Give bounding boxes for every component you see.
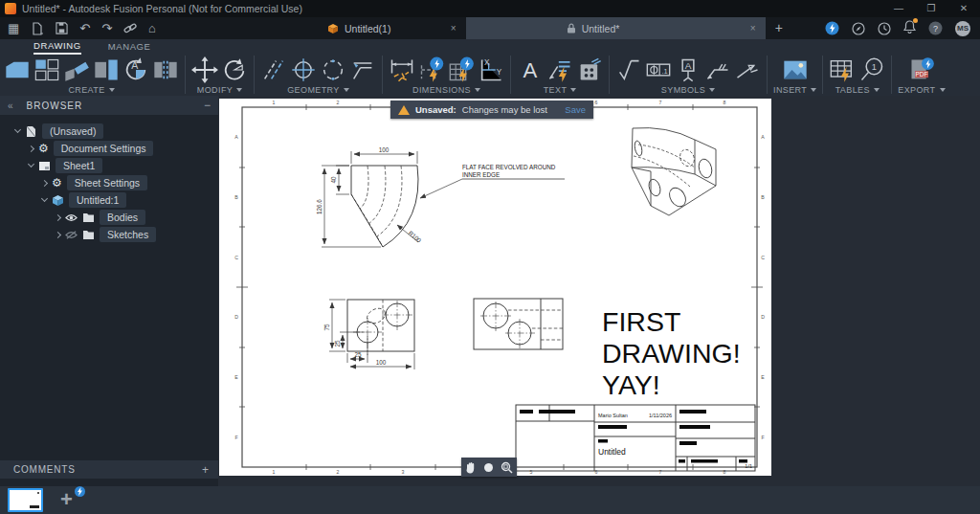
browser-title: BROWSER — [27, 101, 83, 111]
chevron-expanded-icon[interactable] — [41, 195, 48, 202]
minimize-button[interactable]: — — [882, 0, 915, 17]
group-label-dimensions[interactable]: DIMENSIONS — [412, 85, 480, 95]
auto-dimension-icon[interactable] — [418, 56, 445, 83]
minimize-panel-icon[interactable]: − — [204, 99, 211, 112]
tree-item-label[interactable]: Document Settings — [54, 141, 154, 156]
tree-item-label[interactable]: Untitled:1 — [69, 192, 126, 208]
group-label-modify[interactable]: MODIFY — [197, 85, 242, 95]
chevron-collapsed-icon[interactable] — [55, 231, 61, 237]
rotate-icon[interactable] — [221, 56, 248, 83]
save-link[interactable]: Save — [565, 104, 586, 115]
move-icon[interactable] — [191, 56, 218, 83]
tree-item-label[interactable]: Sketches — [100, 227, 156, 242]
edge-extension-icon[interactable] — [349, 56, 376, 83]
group-label-create[interactable]: CREATE — [68, 85, 114, 95]
tab-drawing[interactable]: DRAWING — [33, 40, 81, 55]
sketch-circle-icon[interactable] — [320, 56, 346, 83]
chevron-collapsed-icon[interactable] — [28, 145, 34, 151]
orbit-icon[interactable] — [484, 463, 493, 472]
tree-item-label[interactable]: Bodies — [100, 210, 145, 225]
tree-item-sheet-settings[interactable]: ⚙ Sheet Settings — [0, 174, 218, 191]
extensions-icon[interactable] — [852, 22, 865, 35]
app-launcher-icon[interactable]: ▦ — [8, 22, 19, 34]
add-sheet-button[interactable]: + — [60, 490, 81, 511]
projected-view-icon[interactable] — [33, 56, 60, 83]
insert-image-icon[interactable] — [782, 56, 809, 83]
redo-icon[interactable]: ↷ — [101, 22, 112, 34]
export-pdf-icon[interactable]: PDF — [908, 56, 935, 83]
close-button[interactable]: ✕ — [947, 0, 980, 17]
tree-item-label[interactable]: (Unsaved) — [42, 123, 103, 139]
new-tab-button[interactable]: + — [766, 17, 792, 39]
edge-symbol-icon[interactable] — [734, 56, 761, 83]
chevron-expanded-icon[interactable] — [14, 126, 21, 133]
visibility-off-eye-icon[interactable] — [65, 229, 78, 241]
group-label-tables[interactable]: TABLES — [835, 85, 880, 95]
zoom-window-icon[interactable] — [501, 461, 513, 474]
undo-icon[interactable]: ↶ — [79, 22, 90, 34]
tree-item-label[interactable]: Sheet1 — [56, 158, 102, 173]
chevron-expanded-icon[interactable] — [28, 161, 34, 168]
break-view-icon[interactable] — [152, 56, 179, 83]
ordinate-dimension-icon[interactable]: XY — [478, 56, 504, 83]
group-label-export[interactable]: EXPORT — [898, 85, 945, 95]
plan-view[interactable] — [347, 300, 414, 355]
visibility-eye-icon[interactable] — [65, 212, 78, 224]
tab-close-icon[interactable]: × — [750, 23, 756, 34]
doc-tab-untitled-1[interactable]: Untitled(1) × — [260, 17, 466, 39]
tree-item-bodies[interactable]: Bodies — [0, 209, 218, 226]
datum-identifier-icon[interactable]: A — [675, 56, 702, 83]
text-table-icon[interactable] — [576, 56, 603, 83]
new-file-icon[interactable] — [31, 22, 44, 35]
tree-item-sketches[interactable]: Sketches — [0, 226, 218, 243]
side-view[interactable] — [474, 299, 563, 349]
pan-hand-icon[interactable] — [465, 461, 477, 474]
centerline-icon[interactable] — [260, 56, 287, 83]
maximize-button[interactable]: ❐ — [915, 0, 947, 17]
comments-bar[interactable]: COMMENTS + — [0, 460, 218, 479]
sheet1-thumbnail[interactable] — [8, 488, 43, 512]
chevron-collapsed-icon[interactable] — [41, 179, 48, 186]
help-icon[interactable]: ? — [928, 21, 943, 35]
tab-close-icon[interactable]: × — [451, 23, 457, 34]
job-status-icon[interactable] — [825, 21, 839, 35]
center-mark-icon[interactable] — [290, 56, 317, 83]
add-comment-icon[interactable]: + — [202, 463, 209, 477]
detail-view-icon[interactable] — [93, 56, 120, 83]
feature-control-frame-icon[interactable]: .1 — [645, 56, 672, 83]
home-icon[interactable]: ⌂ — [148, 22, 156, 34]
drawing-sheet[interactable]: 1 2 3 4 5 6 7 8 1 2 3 4 5 6 7 8 A — [219, 99, 771, 476]
chevron-collapsed-icon[interactable] — [55, 213, 61, 220]
title-block[interactable]: Mario Sultan 1/11/2026 Untitled 1/1 — [516, 405, 755, 471]
section-view-icon[interactable] — [63, 56, 90, 83]
tree-item-sheet1[interactable]: Sheet1 — [0, 157, 218, 174]
share-link-icon[interactable] — [123, 22, 137, 35]
surface-texture-icon[interactable] — [615, 56, 642, 83]
drawing-canvas[interactable]: 1 2 3 4 5 6 7 8 1 2 3 4 5 6 7 8 A — [218, 96, 980, 486]
group-label-symbols[interactable]: SYMBOLS — [661, 85, 715, 95]
tree-item-document-settings[interactable]: ⚙ Document Settings — [0, 140, 218, 157]
auxiliary-view-icon[interactable]: A — [122, 56, 149, 83]
leader-text-icon[interactable] — [546, 56, 573, 83]
text-icon[interactable]: A — [517, 56, 544, 83]
isometric-view[interactable] — [632, 128, 716, 216]
balloon-icon[interactable]: 1 — [858, 56, 885, 83]
user-avatar[interactable]: MS — [955, 21, 970, 36]
tree-item-label[interactable]: Sheet Settings — [67, 175, 147, 190]
tree-item-unsaved[interactable]: (Unsaved) — [0, 123, 218, 140]
doc-tab-untitled-active[interactable]: Untitled* × — [466, 17, 766, 39]
base-view-icon[interactable] — [4, 56, 31, 83]
tree-item-untitled-1[interactable]: Untitled:1 — [0, 191, 218, 209]
group-label-insert[interactable]: INSERT — [773, 85, 816, 95]
collapse-panel-icon[interactable]: « — [8, 101, 13, 111]
tab-manage[interactable]: MANAGE — [108, 41, 151, 54]
dimension-icon[interactable] — [389, 56, 415, 83]
note-text[interactable]: FIRST DRAWING! YAY! — [602, 306, 741, 400]
history-icon[interactable] — [878, 22, 891, 35]
group-label-geometry[interactable]: GEOMETRY — [287, 85, 349, 95]
save-icon[interactable] — [56, 22, 68, 34]
dimension-table-icon[interactable] — [448, 56, 475, 83]
welding-symbol-icon[interactable] — [704, 56, 731, 83]
table-icon[interactable] — [829, 56, 856, 83]
group-label-text[interactable]: TEXT — [544, 85, 577, 95]
